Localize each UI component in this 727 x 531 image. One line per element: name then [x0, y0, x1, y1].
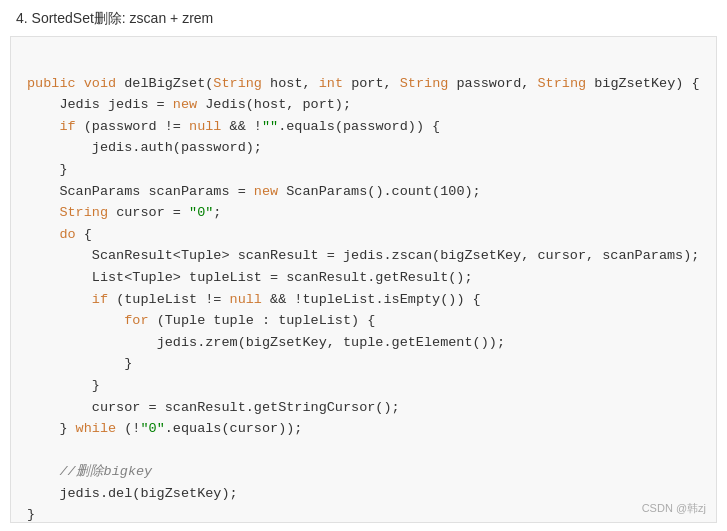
- code-line: List<Tuple> tupleList = scanResult.getRe…: [27, 267, 700, 289]
- code-line: do {: [27, 224, 700, 246]
- title-bar: 4. SortedSet删除: zscan + zrem: [0, 0, 727, 36]
- code-line: //删除bigkey: [27, 461, 700, 483]
- code-line: }: [27, 353, 700, 375]
- page-container: 4. SortedSet删除: zscan + zrem public void…: [0, 0, 727, 531]
- code-line: ScanParams scanParams = new ScanParams()…: [27, 181, 700, 203]
- code-line: for (Tuple tuple : tupleList) {: [27, 310, 700, 332]
- code-line: if (password != null && !"".equals(passw…: [27, 116, 700, 138]
- code-line: String cursor = "0";: [27, 202, 700, 224]
- code-line: public void delBigZset(String host, int …: [27, 73, 700, 95]
- code-line: }: [27, 159, 700, 181]
- code-line: jedis.auth(password);: [27, 137, 700, 159]
- code-line: }: [27, 375, 700, 397]
- code-line: }: [27, 504, 700, 523]
- code-line: cursor = scanResult.getStringCursor();: [27, 397, 700, 419]
- code-block: public void delBigZset(String host, int …: [10, 36, 717, 523]
- code-line: if (tupleList != null && !tupleList.isEm…: [27, 289, 700, 311]
- code-line: jedis.zrem(bigZsetKey, tuple.getElement(…: [27, 332, 700, 354]
- code-line: } while (!"0".equals(cursor));: [27, 418, 700, 440]
- page-title: 4. SortedSet删除: zscan + zrem: [16, 10, 213, 26]
- code-line: jedis.del(bigZsetKey);: [27, 483, 700, 505]
- watermark: CSDN @韩zj: [642, 501, 706, 516]
- code-line: [27, 440, 700, 462]
- code-line: [27, 51, 700, 73]
- code-line: ScanResult<Tuple> scanResult = jedis.zsc…: [27, 245, 700, 267]
- code-line: Jedis jedis = new Jedis(host, port);: [27, 94, 700, 116]
